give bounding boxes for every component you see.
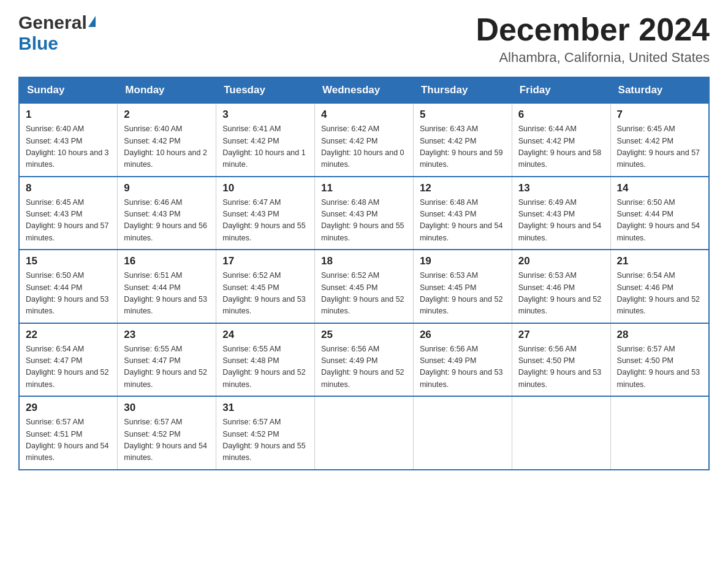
calendar-day-header: Saturday [610, 77, 709, 103]
day-info: Sunrise: 6:53 AMSunset: 4:46 PMDaylight:… [518, 271, 602, 315]
logo: General Blue [18, 12, 96, 54]
day-info: Sunrise: 6:57 AMSunset: 4:51 PMDaylight:… [26, 418, 109, 462]
day-info: Sunrise: 6:52 AMSunset: 4:45 PMDaylight:… [321, 271, 404, 315]
calendar-cell [610, 396, 709, 470]
day-number: 22 [26, 329, 111, 341]
calendar-cell: 25 Sunrise: 6:56 AMSunset: 4:49 PMDaylig… [315, 323, 414, 397]
calendar-cell: 27 Sunrise: 6:56 AMSunset: 4:50 PMDaylig… [512, 323, 610, 397]
logo-blue-text: Blue [18, 33, 58, 54]
logo-arrow-icon [88, 16, 96, 27]
calendar-table: SundayMondayTuesdayWednesdayThursdayFrid… [18, 77, 710, 470]
day-info: Sunrise: 6:45 AMSunset: 4:43 PMDaylight:… [26, 198, 109, 242]
calendar-cell: 11 Sunrise: 6:48 AMSunset: 4:43 PMDaylig… [315, 177, 414, 250]
day-info: Sunrise: 6:56 AMSunset: 4:50 PMDaylight:… [518, 345, 602, 389]
day-number: 29 [26, 402, 111, 414]
day-info: Sunrise: 6:46 AMSunset: 4:43 PMDaylight:… [124, 198, 207, 242]
calendar-cell: 19 Sunrise: 6:53 AMSunset: 4:45 PMDaylig… [413, 250, 512, 323]
day-info: Sunrise: 6:45 AMSunset: 4:42 PMDaylight:… [617, 124, 700, 169]
calendar-cell: 16 Sunrise: 6:51 AMSunset: 4:44 PMDaylig… [118, 250, 216, 323]
day-number: 9 [124, 182, 210, 194]
calendar-week-row: 29 Sunrise: 6:57 AMSunset: 4:51 PMDaylig… [19, 396, 709, 470]
calendar-cell: 9 Sunrise: 6:46 AMSunset: 4:43 PMDayligh… [118, 177, 216, 250]
day-info: Sunrise: 6:41 AMSunset: 4:42 PMDaylight:… [222, 124, 306, 169]
day-info: Sunrise: 6:50 AMSunset: 4:44 PMDaylight:… [617, 198, 700, 242]
calendar-cell: 29 Sunrise: 6:57 AMSunset: 4:51 PMDaylig… [19, 396, 118, 470]
day-number: 31 [222, 402, 308, 414]
calendar-cell: 13 Sunrise: 6:49 AMSunset: 4:43 PMDaylig… [512, 177, 610, 250]
day-number: 1 [26, 109, 111, 121]
day-info: Sunrise: 6:43 AMSunset: 4:42 PMDaylight:… [420, 124, 503, 169]
day-number: 15 [26, 255, 111, 267]
calendar-cell: 22 Sunrise: 6:54 AMSunset: 4:47 PMDaylig… [19, 323, 118, 397]
calendar-cell: 31 Sunrise: 6:57 AMSunset: 4:52 PMDaylig… [216, 396, 315, 470]
day-info: Sunrise: 6:54 AMSunset: 4:46 PMDaylight:… [617, 271, 700, 315]
day-number: 27 [518, 329, 604, 341]
calendar-day-header: Friday [512, 77, 610, 103]
calendar-cell [512, 396, 610, 470]
calendar-cell [413, 396, 512, 470]
day-number: 19 [420, 255, 506, 267]
calendar-cell: 17 Sunrise: 6:52 AMSunset: 4:45 PMDaylig… [216, 250, 315, 323]
day-number: 26 [420, 329, 506, 341]
day-number: 24 [222, 329, 308, 341]
day-number: 7 [617, 109, 702, 121]
day-number: 25 [321, 329, 407, 341]
day-info: Sunrise: 6:51 AMSunset: 4:44 PMDaylight:… [124, 271, 207, 315]
day-info: Sunrise: 6:56 AMSunset: 4:49 PMDaylight:… [321, 345, 404, 389]
day-info: Sunrise: 6:56 AMSunset: 4:49 PMDaylight:… [420, 345, 503, 389]
day-info: Sunrise: 6:57 AMSunset: 4:52 PMDaylight:… [222, 418, 306, 462]
day-info: Sunrise: 6:54 AMSunset: 4:47 PMDaylight:… [26, 345, 109, 389]
day-number: 14 [617, 182, 702, 194]
calendar-day-header: Tuesday [216, 77, 315, 103]
day-info: Sunrise: 6:48 AMSunset: 4:43 PMDaylight:… [321, 198, 404, 242]
calendar-cell: 23 Sunrise: 6:55 AMSunset: 4:47 PMDaylig… [118, 323, 216, 397]
day-info: Sunrise: 6:40 AMSunset: 4:42 PMDaylight:… [124, 124, 207, 169]
day-info: Sunrise: 6:53 AMSunset: 4:45 PMDaylight:… [420, 271, 503, 315]
calendar-cell: 5 Sunrise: 6:43 AMSunset: 4:42 PMDayligh… [413, 103, 512, 177]
calendar-cell: 14 Sunrise: 6:50 AMSunset: 4:44 PMDaylig… [610, 177, 709, 250]
day-number: 8 [26, 182, 111, 194]
day-number: 20 [518, 255, 604, 267]
calendar-header-row: SundayMondayTuesdayWednesdayThursdayFrid… [19, 77, 709, 103]
calendar-day-header: Wednesday [315, 77, 414, 103]
day-number: 10 [222, 182, 308, 194]
day-info: Sunrise: 6:44 AMSunset: 4:42 PMDaylight:… [518, 124, 602, 169]
day-number: 12 [420, 182, 506, 194]
day-number: 3 [222, 109, 308, 121]
day-info: Sunrise: 6:40 AMSunset: 4:43 PMDaylight:… [26, 124, 109, 169]
calendar-cell: 21 Sunrise: 6:54 AMSunset: 4:46 PMDaylig… [610, 250, 709, 323]
day-number: 28 [617, 329, 702, 341]
calendar-cell: 1 Sunrise: 6:40 AMSunset: 4:43 PMDayligh… [19, 103, 118, 177]
calendar-week-row: 8 Sunrise: 6:45 AMSunset: 4:43 PMDayligh… [19, 177, 709, 250]
day-info: Sunrise: 6:48 AMSunset: 4:43 PMDaylight:… [420, 198, 503, 242]
day-info: Sunrise: 6:55 AMSunset: 4:47 PMDaylight:… [124, 345, 207, 389]
calendar-cell: 28 Sunrise: 6:57 AMSunset: 4:50 PMDaylig… [610, 323, 709, 397]
day-info: Sunrise: 6:52 AMSunset: 4:45 PMDaylight:… [222, 271, 306, 315]
day-info: Sunrise: 6:49 AMSunset: 4:43 PMDaylight:… [518, 198, 602, 242]
calendar-cell: 20 Sunrise: 6:53 AMSunset: 4:46 PMDaylig… [512, 250, 610, 323]
calendar-cell: 26 Sunrise: 6:56 AMSunset: 4:49 PMDaylig… [413, 323, 512, 397]
day-info: Sunrise: 6:50 AMSunset: 4:44 PMDaylight:… [26, 271, 109, 315]
calendar-week-row: 1 Sunrise: 6:40 AMSunset: 4:43 PMDayligh… [19, 103, 709, 177]
day-number: 18 [321, 255, 407, 267]
calendar-cell: 2 Sunrise: 6:40 AMSunset: 4:42 PMDayligh… [118, 103, 216, 177]
day-number: 6 [518, 109, 604, 121]
day-number: 13 [518, 182, 604, 194]
location-title: Alhambra, California, United States [476, 50, 710, 66]
page-header: General Blue December 2024 Alhambra, Cal… [18, 12, 710, 66]
calendar-cell: 30 Sunrise: 6:57 AMSunset: 4:52 PMDaylig… [118, 396, 216, 470]
calendar-cell: 4 Sunrise: 6:42 AMSunset: 4:42 PMDayligh… [315, 103, 414, 177]
day-info: Sunrise: 6:55 AMSunset: 4:48 PMDaylight:… [222, 345, 306, 389]
day-number: 4 [321, 109, 407, 121]
calendar-cell: 12 Sunrise: 6:48 AMSunset: 4:43 PMDaylig… [413, 177, 512, 250]
calendar-cell: 3 Sunrise: 6:41 AMSunset: 4:42 PMDayligh… [216, 103, 315, 177]
day-info: Sunrise: 6:47 AMSunset: 4:43 PMDaylight:… [222, 198, 306, 242]
day-number: 23 [124, 329, 210, 341]
calendar-week-row: 22 Sunrise: 6:54 AMSunset: 4:47 PMDaylig… [19, 323, 709, 397]
month-title: December 2024 [476, 12, 710, 47]
day-number: 16 [124, 255, 210, 267]
day-number: 21 [617, 255, 702, 267]
calendar-week-row: 15 Sunrise: 6:50 AMSunset: 4:44 PMDaylig… [19, 250, 709, 323]
day-number: 2 [124, 109, 210, 121]
day-number: 11 [321, 182, 407, 194]
